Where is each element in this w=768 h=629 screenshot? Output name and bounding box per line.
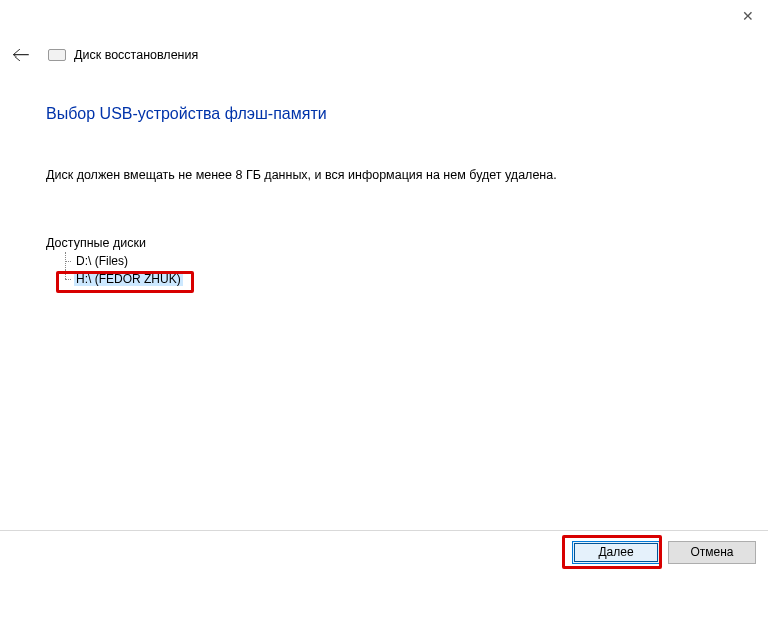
- drive-label: D:\ (Files): [74, 254, 130, 268]
- window-title: Диск восстановления: [74, 48, 198, 62]
- tree-connector-icon: [62, 270, 72, 288]
- tree-connector-icon: [62, 252, 72, 270]
- page-heading: Выбор USB-устройства флэш-памяти: [46, 105, 327, 123]
- wizard-header: 🡠 Диск восстановления: [12, 46, 198, 64]
- drive-icon: [48, 49, 66, 61]
- next-button[interactable]: Далее: [572, 541, 660, 564]
- available-drives-section: Доступные диски D:\ (Files) H:\ (FEDOR Z…: [46, 236, 183, 288]
- cancel-button[interactable]: Отмена: [668, 541, 756, 564]
- instruction-text: Диск должен вмещать не менее 8 ГБ данных…: [46, 168, 557, 182]
- wizard-footer: Далее Отмена: [0, 530, 768, 574]
- drive-label: H:\ (FEDOR ZHUK): [74, 272, 183, 286]
- close-icon[interactable]: ✕: [742, 8, 754, 24]
- drive-item[interactable]: H:\ (FEDOR ZHUK): [62, 270, 183, 288]
- available-drives-label: Доступные диски: [46, 236, 183, 250]
- drive-item[interactable]: D:\ (Files): [62, 252, 183, 270]
- drive-tree: D:\ (Files) H:\ (FEDOR ZHUK): [62, 252, 183, 288]
- back-arrow-icon[interactable]: 🡠: [12, 46, 30, 64]
